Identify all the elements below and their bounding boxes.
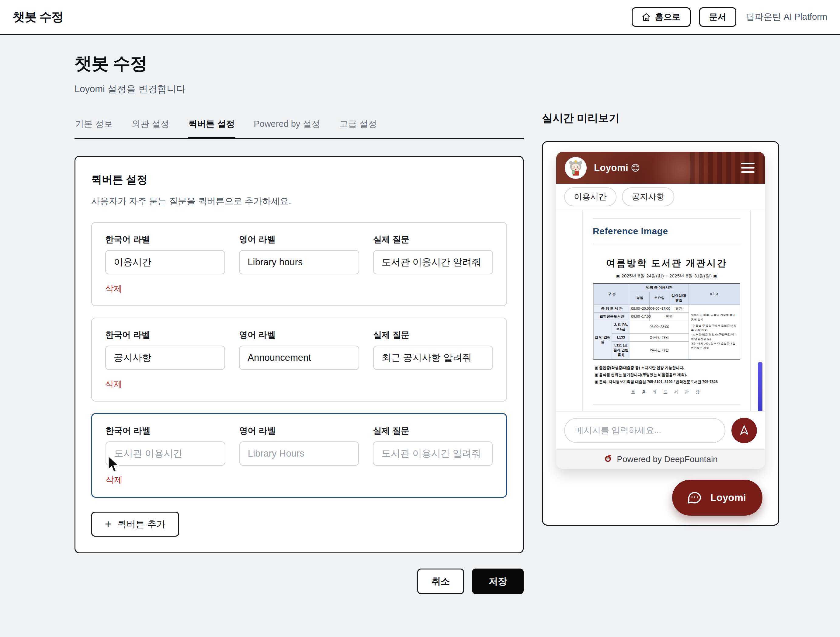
chat-message-input[interactable] (564, 418, 725, 443)
field-group: 영어 라벨 (239, 234, 359, 274)
preview-title: 실시간 미리보기 (542, 111, 779, 125)
chat-messages: Online Library Portal). Reference Image … (556, 210, 765, 411)
poster-notes: ▣ 출입증(학생증/대출증 등) 소지자만 입장 가능합니다. ▣ 음식물 섭취… (593, 364, 740, 386)
form-actions: 취소 저장 (74, 569, 524, 594)
chat-bubble-icon (686, 489, 703, 506)
reference-image-heading: Reference Image (593, 226, 741, 236)
preview-box: Loyomi😊 이용시간 공지사항 (542, 141, 779, 526)
field-group: 실제 질문 (373, 329, 493, 370)
deepfountain-icon (603, 454, 613, 465)
delete-row-button[interactable]: 삭제 (105, 283, 122, 294)
question-input[interactable] (373, 250, 493, 274)
chat-input-bar (556, 411, 765, 449)
field-group: 한국어 라벨 (105, 329, 225, 370)
poster-title: 여름방학 도서관 개관시간 (593, 257, 740, 270)
home-icon (642, 13, 651, 22)
add-quick-button-label: 퀵버튼 추가 (117, 518, 166, 531)
plus-icon: + (105, 518, 111, 530)
field-group: 한국어 라벨 (105, 234, 225, 274)
docs-button[interactable]: 문서 (699, 7, 736, 27)
poster-period: ▣ 2025년 6월 24일(화) ~ 2025년 8월 31일(일) ▣ (593, 273, 740, 279)
content: 챗봇 수정 Loyomi 설정을 변경합니다 기본 정보 외관 설정 퀵버튼 설… (0, 35, 840, 594)
clipped-link: Online Library Portal). (593, 210, 741, 211)
preview-column: 실시간 미리보기 (542, 35, 779, 526)
field-group: 한국어 라벨 (106, 425, 225, 466)
korean-label-input[interactable] (105, 250, 225, 274)
page-title: 챗봇 수정 (74, 52, 524, 76)
delete-row-button[interactable]: 삭제 (106, 474, 123, 486)
tab-quick-buttons[interactable]: 퀵버튼 설정 (188, 118, 235, 139)
quick-button-row-2: 한국어 라벨 영어 라벨 실제 질문 삭제 (91, 318, 507, 401)
reference-image: 여름방학 도서관 개관시간 ▣ 2025년 6월 24일(화) ~ 2025년 … (593, 251, 741, 397)
app-title: 챗봇 수정 (13, 8, 63, 25)
quick-button-row-3: 한국어 라벨 영어 라벨 실제 질문 삭제 (91, 413, 507, 498)
poster-signature: 로 욜 라 도 서 관 장 (593, 389, 740, 397)
chat-widget: Loyomi😊 이용시간 공지사항 (556, 152, 765, 469)
field-group: 실제 질문 (373, 425, 493, 466)
tab-advanced[interactable]: 고급 설정 (338, 118, 377, 139)
field-group: 영어 라벨 (239, 425, 359, 466)
question-input[interactable] (373, 441, 493, 466)
send-icon (738, 424, 750, 437)
docs-button-label: 문서 (709, 11, 726, 23)
quick-reply-notice[interactable]: 공지사항 (622, 187, 674, 206)
english-label-input[interactable] (239, 346, 359, 370)
add-quick-button[interactable]: + 퀵버튼 추가 (91, 512, 179, 537)
hamburger-menu-icon[interactable] (739, 161, 756, 175)
korean-label: 한국어 라벨 (105, 329, 225, 341)
tab-basic-info[interactable]: 기본 정보 (74, 118, 114, 139)
english-label: 영어 라벨 (239, 425, 359, 436)
cancel-button[interactable]: 취소 (417, 569, 464, 594)
field-group: 영어 라벨 (239, 329, 359, 370)
home-button-label: 홈으로 (655, 11, 681, 23)
bot-emoji: 😊 (631, 163, 640, 173)
bot-avatar (565, 157, 587, 179)
launcher-row: Loyomi (556, 480, 765, 515)
tab-powered-by[interactable]: Powered by 설정 (253, 118, 321, 139)
save-button[interactable]: 저장 (472, 569, 524, 594)
question-input[interactable] (373, 346, 493, 370)
chat-launcher-button[interactable]: Loyomi (672, 480, 763, 515)
korean-label: 한국어 라벨 (106, 425, 225, 436)
home-button[interactable]: 홈으로 (632, 7, 691, 27)
korean-label: 한국어 라벨 (105, 234, 225, 245)
settings-tabs: 기본 정보 외관 설정 퀵버튼 설정 Powered by 설정 고급 설정 (74, 118, 524, 139)
chat-scrollbar-thumb[interactable] (758, 362, 763, 411)
english-label-input[interactable] (239, 250, 359, 274)
card-description: 사용자가 자주 묻는 질문을 퀵버튼으로 추가하세요. (91, 195, 507, 207)
platform-label: 딥파운틴 AI Platform (746, 11, 827, 23)
launcher-label: Loyomi (711, 492, 746, 503)
library-hours-table: 구 분 방학 중 이용시간 비 고 평일 토요일 일요일/공휴일 (593, 283, 740, 360)
send-button[interactable] (731, 418, 757, 443)
settings-column: 챗봇 수정 Loyomi 설정을 변경합니다 기본 정보 외관 설정 퀵버튼 설… (74, 35, 524, 594)
card-title: 퀵버튼 설정 (91, 172, 507, 187)
english-label-input[interactable] (239, 441, 359, 466)
korean-label-input[interactable] (106, 441, 225, 466)
delete-row-button[interactable]: 삭제 (105, 378, 122, 390)
page-subtitle: Loyomi 설정을 변경합니다 (74, 83, 524, 95)
chat-header: Loyomi😊 (556, 152, 765, 184)
field-group: 실제 질문 (373, 234, 493, 274)
quick-reply-bar: 이용시간 공지사항 (556, 184, 765, 210)
question-label: 실제 질문 (373, 329, 493, 341)
tab-appearance[interactable]: 외관 설정 (131, 118, 170, 139)
app-window: 챗봇 수정 홈으로 문서 딥파운틴 AI Platform 챗봇 수정 Loyo… (0, 0, 840, 637)
topbar-actions: 홈으로 문서 딥파운틴 AI Platform (632, 7, 827, 27)
loyomi-mascot-icon (566, 158, 585, 177)
quick-button-settings-card: 퀵버튼 설정 사용자가 자주 묻는 질문을 퀵버튼으로 추가하세요. 한국어 라… (74, 156, 524, 553)
topbar: 챗봇 수정 홈으로 문서 딥파운틴 AI Platform (0, 0, 840, 35)
question-label: 실제 질문 (373, 234, 493, 245)
powered-by-label: Powered by DeepFountain (617, 454, 718, 464)
quick-reply-hours[interactable]: 이용시간 (564, 187, 616, 206)
korean-label-input[interactable] (105, 346, 225, 370)
english-label: 영어 라벨 (239, 234, 359, 245)
bot-message-bubble: Online Library Portal). Reference Image … (583, 210, 751, 411)
powered-by-footer: Powered by DeepFountain (556, 449, 765, 469)
quick-button-row-1: 한국어 라벨 영어 라벨 실제 질문 삭제 (91, 222, 507, 306)
question-label: 실제 질문 (373, 425, 493, 436)
english-label: 영어 라벨 (239, 329, 359, 341)
bot-name: Loyomi😊 (594, 163, 640, 173)
